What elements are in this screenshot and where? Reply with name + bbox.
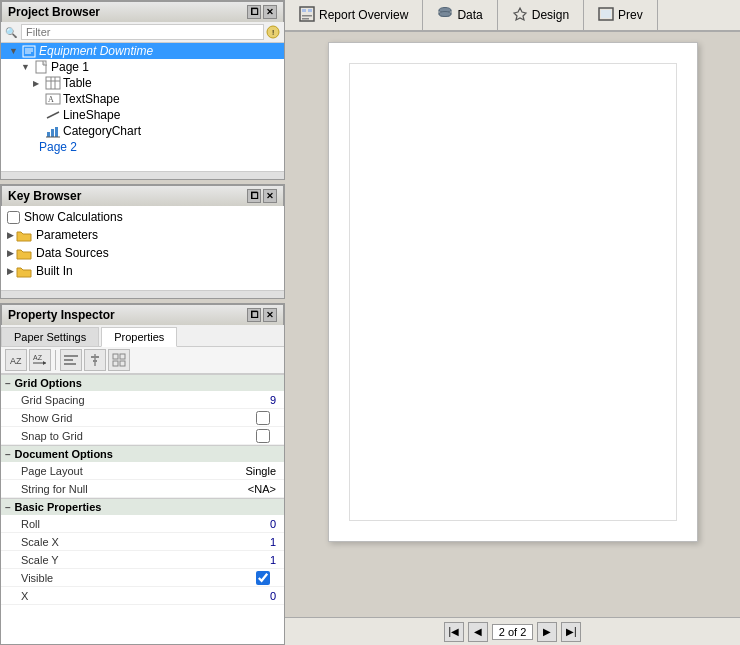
first-page-btn[interactable]: |◀	[444, 622, 464, 642]
svg-rect-14	[47, 132, 50, 137]
svg-rect-23	[64, 359, 73, 361]
prop-value-grid-spacing[interactable]: 9	[220, 394, 280, 406]
filter-input[interactable]	[21, 24, 264, 40]
tree-item-page1[interactable]: ▼ Page 1	[1, 59, 284, 75]
key-tree-area: Show Calculations ▶ Parameters ▶	[1, 206, 284, 290]
svg-marker-39	[514, 8, 526, 20]
sort-icon-btn[interactable]: AZ	[5, 349, 27, 371]
project-browser: Project Browser ⧠ ✕ 🔍 ! ▼	[0, 0, 285, 180]
prop-value-show-grid[interactable]	[256, 411, 270, 425]
prop-value-scale-x[interactable]: 1	[220, 536, 280, 548]
key-browser-restore-btn[interactable]: ⧠	[247, 189, 261, 203]
folder-icon-data-sources	[16, 246, 32, 260]
svg-text:!: !	[272, 28, 274, 37]
prev-page-btn[interactable]: ◀	[468, 622, 488, 642]
align-center-icon	[87, 352, 103, 368]
project-browser-title: Project Browser	[8, 5, 100, 19]
property-inspector-close-btn[interactable]: ✕	[263, 308, 277, 322]
sort-alpha-btn[interactable]: AZ	[29, 349, 51, 371]
prop-name-roll: Roll	[5, 518, 220, 530]
page2-icon	[21, 140, 37, 154]
tree-arrow: ▼	[21, 62, 33, 72]
key-item-data-sources[interactable]: ▶ Data Sources	[3, 244, 282, 262]
tab-report-overview[interactable]: Report Overview	[285, 0, 423, 30]
textshape-icon: A	[45, 92, 61, 106]
svg-rect-22	[64, 355, 78, 357]
tree-item-lineshape[interactable]: LineShape	[1, 107, 284, 123]
left-panel: Project Browser ⧠ ✕ 🔍 ! ▼	[0, 0, 285, 645]
filter-clear-icon[interactable]: !	[266, 25, 280, 39]
tab-bar: Paper Settings Properties	[1, 325, 284, 347]
tree-area: ▼ Equipment Downtime ▼	[1, 43, 284, 171]
prop-scale-y: Scale Y 1	[1, 551, 284, 569]
props-area: – Grid Options Grid Spacing 9 Show Grid …	[1, 374, 284, 644]
prop-value-visible[interactable]	[256, 571, 270, 585]
collapse-icon-grid[interactable]: –	[5, 378, 11, 389]
property-inspector-restore-btn[interactable]: ⧠	[247, 308, 261, 322]
prop-page-layout: Page Layout Single	[1, 462, 284, 480]
prop-value-scale-y[interactable]: 1	[220, 554, 280, 566]
show-calculations-checkbox[interactable]	[7, 211, 20, 224]
key-scrollbar-hint	[1, 290, 284, 298]
prop-x: X 0	[1, 587, 284, 605]
svg-rect-24	[64, 363, 76, 365]
tree-item-textshape[interactable]: A TextShape	[1, 91, 284, 107]
prop-value-x[interactable]: 0	[220, 590, 280, 602]
key-item-parameters[interactable]: ▶ Parameters	[3, 226, 282, 244]
tree-item-table[interactable]: ▶ Table	[1, 75, 284, 91]
tree-arrow: ▼	[9, 46, 21, 56]
prop-show-grid: Show Grid	[1, 409, 284, 427]
property-inspector-header: Property Inspector ⧠ ✕	[1, 304, 284, 325]
tree-label-lineshape: LineShape	[63, 108, 120, 122]
svg-text:A: A	[48, 95, 54, 104]
prop-name-page-layout: Page Layout	[5, 465, 220, 477]
section-label-grid-options: Grid Options	[15, 377, 82, 389]
tab-preview[interactable]: Prev	[584, 0, 658, 30]
tab-data[interactable]: Data	[423, 0, 497, 30]
tree-item-page2[interactable]: Page 2	[1, 139, 284, 155]
prop-value-snap-to-grid[interactable]	[256, 429, 270, 443]
page-inner-border	[349, 63, 677, 521]
key-browser-header: Key Browser ⧠ ✕	[1, 185, 284, 206]
show-calculations-row[interactable]: Show Calculations	[3, 208, 282, 226]
property-inspector-title: Property Inspector	[8, 308, 115, 322]
lineshape-icon	[45, 108, 61, 122]
prop-name-visible: Visible	[5, 572, 256, 584]
tree-item-equipment-downtime[interactable]: ▼ Equipment Downtime	[1, 43, 284, 59]
project-browser-restore-btn[interactable]: ⧠	[247, 5, 261, 19]
svg-rect-35	[302, 15, 312, 17]
last-page-btn[interactable]: ▶|	[561, 622, 581, 642]
tree-item-categorychart[interactable]: CategoryChart	[1, 123, 284, 139]
key-item-built-in[interactable]: ▶ Built In	[3, 262, 282, 280]
report-page	[328, 42, 698, 542]
project-browser-close-btn[interactable]: ✕	[263, 5, 277, 19]
expand-btn[interactable]	[108, 349, 130, 371]
property-inspector: Property Inspector ⧠ ✕ Paper Settings Pr…	[0, 303, 285, 645]
sort-icon: AZ	[8, 352, 24, 368]
collapse-icon-doc[interactable]: –	[5, 449, 11, 460]
svg-text:AZ: AZ	[33, 354, 43, 361]
svg-marker-21	[43, 361, 46, 365]
tab-properties[interactable]: Properties	[101, 327, 177, 347]
prop-value-string-null[interactable]: <NA>	[220, 483, 280, 495]
key-browser-title: Key Browser	[8, 189, 81, 203]
prop-value-page-layout[interactable]: Single	[220, 465, 280, 477]
prop-visible: Visible	[1, 569, 284, 587]
tab-design[interactable]: Design	[498, 0, 584, 30]
key-browser-controls: ⧠ ✕	[247, 189, 277, 203]
tab-paper-settings[interactable]: Paper Settings	[1, 327, 99, 346]
builtin-arrow: ▶	[7, 266, 14, 276]
prop-value-roll[interactable]: 0	[220, 518, 280, 530]
collapse-icon-basic[interactable]: –	[5, 502, 11, 513]
filter-icon: 🔍	[5, 27, 17, 38]
align-center-btn[interactable]	[84, 349, 106, 371]
svg-rect-41	[601, 10, 611, 18]
align-left-btn[interactable]	[60, 349, 82, 371]
svg-point-38	[439, 11, 451, 16]
tab-label-design: Design	[532, 8, 569, 22]
design-icon	[512, 6, 528, 25]
canvas-area	[285, 32, 740, 617]
key-browser-close-btn[interactable]: ✕	[263, 189, 277, 203]
next-page-btn[interactable]: ▶	[537, 622, 557, 642]
tab-label-report-overview: Report Overview	[319, 8, 408, 22]
